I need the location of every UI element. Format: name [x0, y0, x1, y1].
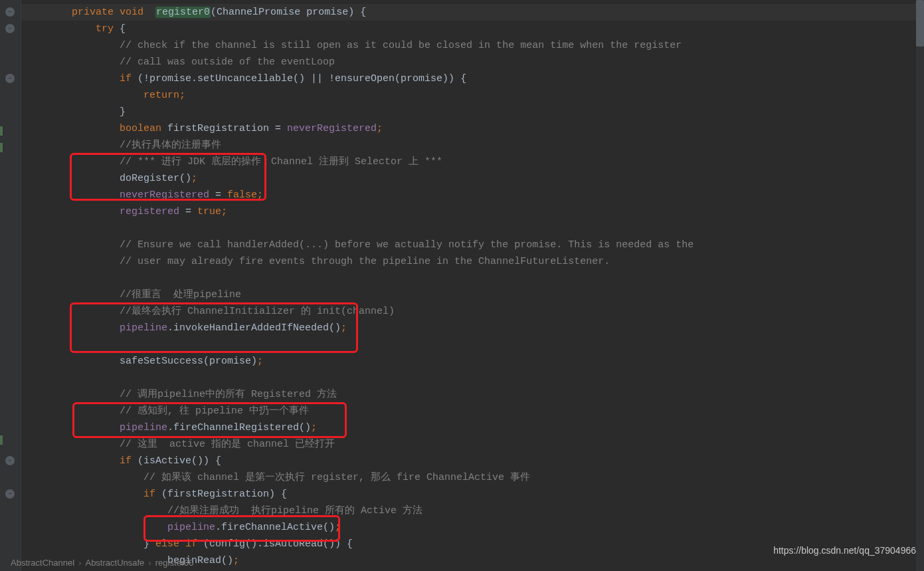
code-line[interactable]: return;: [21, 87, 924, 104]
fold-toggle-icon[interactable]: –: [5, 7, 15, 17]
gutter-change-marker: [0, 143, 3, 152]
breadcrumb-separator-icon: ›: [78, 558, 81, 568]
code-line[interactable]: if (isActive()) {: [21, 453, 924, 469]
code-line[interactable]: [21, 270, 924, 286]
code-line[interactable]: [21, 336, 924, 353]
vertical-scrollbar-thumb[interactable]: [916, 0, 924, 47]
fold-toggle-icon[interactable]: –: [5, 489, 15, 499]
code-line[interactable]: // 这里 active 指的是 channel 已经打开: [21, 436, 924, 453]
fold-toggle-icon[interactable]: –: [5, 24, 15, 33]
code-line[interactable]: registered = true;: [21, 203, 924, 220]
code-line[interactable]: [21, 220, 924, 237]
vertical-scrollbar-track[interactable]: [916, 0, 924, 571]
code-line[interactable]: try {: [21, 21, 924, 37]
code-line[interactable]: }: [21, 104, 924, 120]
code-line[interactable]: safeSetSuccess(promise);: [21, 353, 924, 370]
breadcrumb-item[interactable]: AbstractChannel: [11, 558, 74, 568]
code-line[interactable]: if (firstRegistration) {: [21, 486, 924, 503]
code-line[interactable]: // 感知到, 往 pipeline 中扔一个事件: [21, 403, 924, 419]
code-line[interactable]: pipeline.fireChannelRegistered();: [21, 419, 924, 436]
code-line[interactable]: //很重言 处理pipeline: [21, 286, 924, 303]
fold-toggle-icon[interactable]: –: [5, 74, 15, 83]
gutter-change-marker: [0, 435, 3, 445]
code-line[interactable]: pipeline.fireChannelActive();: [21, 519, 924, 536]
code-line[interactable]: //最终会执行 ChannelInitializer 的 init(channe…: [21, 303, 924, 320]
breadcrumb-item[interactable]: AbstractUnsafe: [85, 558, 144, 568]
code-line[interactable]: // call was outside of the eventLoop: [21, 54, 924, 70]
code-line[interactable]: if (!promise.setUncancellable() || !ensu…: [21, 70, 924, 87]
code-line[interactable]: // *** 进行 JDK 底层的操作：Channel 注册到 Selector…: [21, 154, 924, 170]
code-line[interactable]: //执行具体的注册事件: [21, 137, 924, 154]
code-line[interactable]: boolean firstRegistration = neverRegiste…: [21, 120, 924, 137]
breadcrumb-separator-icon: ›: [148, 558, 151, 568]
code-line[interactable]: neverRegistered = false;: [21, 187, 924, 203]
gutter-change-marker: [0, 126, 3, 136]
code-line[interactable]: // 调用pipeline中的所有 Registered 方法: [21, 386, 924, 403]
gutter: –––––: [0, 0, 21, 571]
breadcrumb-item[interactable]: register00: [155, 558, 194, 568]
watermark: https://blog.csdn.net/qq_37904966: [773, 542, 916, 559]
code-line[interactable]: doRegister();: [21, 170, 924, 187]
code-area[interactable]: private void register0(ChannelPromise pr…: [21, 0, 924, 571]
breadcrumb[interactable]: AbstractChannel›AbstractUnsafe›register0…: [11, 554, 194, 571]
code-line[interactable]: pipeline.invokeHandlerAddedIfNeeded();: [21, 320, 924, 336]
code-line[interactable]: // 如果该 channel 是第一次执行 register, 那么 fire …: [21, 469, 924, 486]
code-line[interactable]: private void register0(ChannelPromise pr…: [21, 4, 924, 21]
code-line[interactable]: [21, 370, 924, 386]
method-def-highlight: register0: [155, 7, 211, 18]
code-line[interactable]: // check if the channel is still open as…: [21, 37, 924, 54]
editor-root: ––––– private void register0(ChannelProm…: [0, 0, 924, 571]
fold-toggle-icon[interactable]: –: [5, 456, 15, 465]
code-line[interactable]: // user may already fire events through …: [21, 253, 924, 270]
code-line[interactable]: //如果注册成功 执行pipeline 所有的 Active 方法: [21, 503, 924, 519]
code-line[interactable]: // Ensure we call handlerAdded(...) befo…: [21, 237, 924, 253]
